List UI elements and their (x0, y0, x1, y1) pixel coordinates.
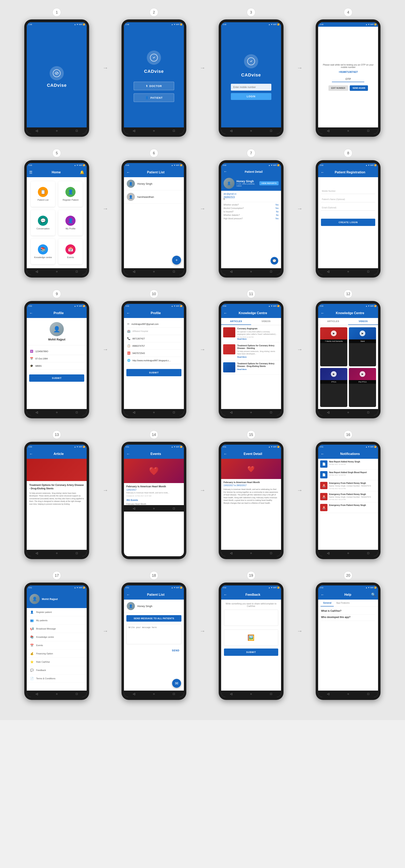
send-broadcast-btn[interactable]: SEND (126, 647, 181, 654)
home-btn-14[interactable]: ○ (151, 506, 157, 510)
home-btn-4[interactable]: ○ (345, 128, 351, 133)
home-btn-9[interactable]: ○ (54, 410, 60, 414)
knowledge-centre-card[interactable]: 📚 Knowledge centre (31, 239, 55, 264)
article-3[interactable]: Treatment Options for Coronary Artery Di… (221, 360, 281, 375)
video-2[interactable]: ▶ Stent (349, 327, 376, 366)
play-icon-1[interactable]: ▶ (331, 331, 337, 336)
recent-btn-17[interactable]: □ (74, 692, 80, 696)
edit-number-btn[interactable]: EDIT NUMBER (328, 85, 348, 91)
recent-btn-7[interactable]: □ (268, 269, 274, 274)
back-btn-19[interactable]: ◁ (228, 692, 234, 696)
article-1[interactable]: Coronary Angiogram It's special 'A very … (221, 325, 281, 342)
menu-icon[interactable]: ☰ (29, 170, 32, 175)
otp-input-field[interactable]: OTP (332, 76, 364, 82)
recent-btn-4[interactable]: □ (365, 128, 371, 133)
back-btn-15[interactable]: ◁ (228, 551, 234, 555)
home-btn-5[interactable]: ○ (54, 269, 60, 274)
back-icon-15[interactable]: ← (224, 452, 227, 456)
broadcast-message-input[interactable] (126, 624, 181, 644)
home-btn-13[interactable]: ○ (54, 551, 60, 555)
recent-btn-8[interactable]: □ (365, 269, 371, 274)
back-btn-11[interactable]: ◁ (228, 410, 234, 414)
submit-feedback-btn[interactable]: SUBMIT (224, 649, 278, 656)
back-icon-10[interactable]: ← (126, 311, 130, 315)
back-btn-6[interactable]: ◁ (131, 269, 137, 274)
back-icon-16[interactable]: ← (321, 452, 324, 456)
back-btn-9[interactable]: ◁ (34, 410, 40, 414)
notif-1[interactable]: 📄 New Report Added Honey Singh 08 Mar 20… (318, 459, 378, 469)
broadcast-patient[interactable]: 👤 Honey Singh (124, 599, 184, 613)
search-icon-20[interactable]: 🔍 (371, 592, 376, 597)
hospital-field[interactable]: 🏥 Affiliated Hospital (126, 328, 181, 335)
message-fab[interactable]: ✉ (172, 679, 181, 688)
drawer-item-register[interactable]: 👤 Register patient (27, 608, 87, 616)
drawer-item-rate[interactable]: ⭐ Rate CadVise (27, 658, 87, 666)
create-login-btn[interactable]: CREATE LOGIN (321, 219, 375, 226)
recent-btn-19[interactable]: □ (268, 692, 274, 696)
home-btn-11[interactable]: ○ (248, 410, 254, 414)
view-reports-btn[interactable]: VIEW REPORTS (259, 181, 279, 185)
patient-item-harsh[interactable]: 👤 harshwardhan (124, 190, 184, 204)
video-4[interactable]: ▶ Pre PTCA (349, 368, 376, 407)
back-btn-18[interactable]: ◁ (131, 692, 137, 696)
drawer-item-feedback[interactable]: 💬 Feedback (27, 666, 87, 674)
drawer-item-terms[interactable]: 📄 Terms & Conditions (27, 674, 87, 683)
back-btn-4[interactable]: ◁ (325, 128, 331, 133)
upload-area[interactable]: 🖼️ (224, 629, 278, 646)
video-3[interactable]: ▶ PTCA (320, 368, 347, 407)
home-btn-7[interactable]: ○ (248, 269, 254, 274)
back-icon-19[interactable]: ← (224, 593, 227, 597)
notification-icon[interactable]: 🔔 (80, 170, 84, 175)
back-btn-12[interactable]: ◁ (325, 410, 331, 414)
articles-tab-12[interactable]: ARTICLES (318, 318, 348, 325)
recent-btn-10[interactable]: □ (171, 410, 177, 414)
login-button[interactable]: LOGIN (231, 93, 271, 100)
home-btn-19[interactable]: ○ (248, 692, 254, 696)
back-icon-20[interactable]: ← (321, 593, 324, 597)
home-btn-12[interactable]: ○ (345, 410, 351, 414)
home-btn-10[interactable]: ○ (151, 410, 157, 414)
mobile-number-input[interactable] (231, 84, 271, 91)
patient-phone[interactable]: 7829437573 (224, 196, 279, 198)
back-btn-2[interactable]: ◁ (131, 128, 137, 133)
notif-3[interactable]: 🚨 Emergency From Patient Honey Singh Nam… (318, 480, 378, 491)
register-patient-card[interactable]: 👤 Register Patient (58, 181, 83, 207)
send-all-btn[interactable]: SEND MESSAGE TO ALL PATIENTS (126, 615, 181, 622)
recent-btn-9[interactable]: □ (74, 410, 80, 414)
recent-btn-5[interactable]: □ (74, 269, 80, 274)
play-icon-3[interactable]: ▶ (331, 371, 337, 377)
videos-tab-12[interactable]: VIDEOS (348, 318, 378, 325)
back-btn-3[interactable]: ◁ (228, 128, 234, 133)
article-2-readmore[interactable]: Read More (237, 356, 279, 358)
profile-submit-btn-10[interactable]: SUBMIT (126, 369, 181, 376)
home-btn-3[interactable]: ○ (248, 128, 254, 133)
videos-tab[interactable]: VIDEOS (251, 318, 281, 325)
conversation-card[interactable]: 💬 Conversation (31, 210, 55, 236)
back-icon-14[interactable]: ← (126, 452, 130, 456)
back-btn-16[interactable]: ◁ (325, 551, 331, 555)
back-icon-7[interactable]: ← (224, 169, 227, 174)
feedback-input[interactable] (224, 610, 278, 626)
general-tab[interactable]: General (321, 599, 334, 607)
help-q1[interactable]: What is CadVise? (321, 610, 375, 615)
drawer-item-broadcast[interactable]: 📢 Broadcast Message (27, 625, 87, 633)
events-card[interactable]: 📅 Events (58, 239, 83, 264)
back-btn-14[interactable]: ◁ (131, 506, 137, 510)
recent-btn-12[interactable]: □ (365, 410, 371, 414)
notif-5[interactable]: 🚨 Emergency From Patient Honey Singh (318, 502, 378, 513)
play-icon-4[interactable]: ▶ (359, 371, 365, 377)
add-patient-fab[interactable]: + (172, 256, 181, 265)
patient-btn[interactable]: 👤 PATIENT (134, 93, 174, 102)
home-btn-17[interactable]: ○ (54, 692, 60, 696)
back-icon-6[interactable]: ← (126, 170, 130, 175)
back-icon-9[interactable]: ← (29, 311, 33, 315)
recent-btn-15[interactable]: □ (268, 551, 274, 555)
back-icon-12[interactable]: ← (321, 311, 324, 315)
home-btn-2[interactable]: ○ (151, 128, 157, 133)
drawer-item-events[interactable]: 📅 Events (27, 641, 87, 650)
home-btn-16[interactable]: ○ (345, 551, 351, 555)
back-icon-13[interactable]: ← (29, 452, 33, 456)
patient-list-card[interactable]: 📋 Patient List (31, 181, 55, 207)
article-1-readmore[interactable]: Read More (237, 338, 279, 340)
home-btn-8[interactable]: ○ (345, 269, 351, 274)
